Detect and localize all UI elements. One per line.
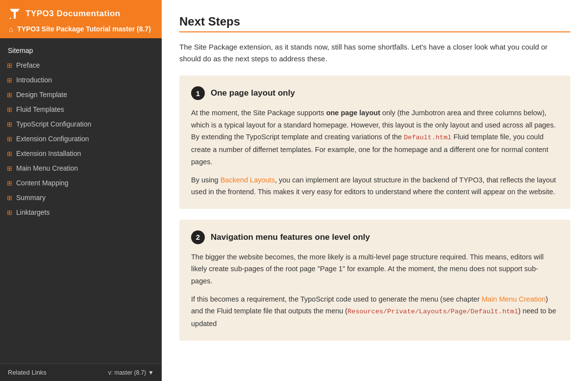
related-links-label[interactable]: Related Links	[8, 369, 47, 376]
sidebar-item-main-menu-creation[interactable]: ⊞ Main Menu Creation	[0, 161, 162, 176]
content-mapping-label: Content Mapping	[16, 179, 69, 187]
expand-icon: ⊞	[7, 150, 12, 157]
sidebar-nav: Sitemap ⊞ Preface ⊞ Introduction ⊞ Desig…	[0, 38, 162, 363]
expand-icon: ⊞	[7, 209, 12, 216]
intro-text: The Site Package extension, as it stands…	[179, 41, 570, 65]
linktargets-label: Linktargets	[16, 208, 49, 216]
expand-icon: ⊞	[7, 91, 12, 99]
expand-icon: ⊞	[7, 135, 12, 143]
content-block-1: 1 One page layout only At the moment, th…	[179, 76, 570, 209]
main-content: Next Steps The Site Package extension, a…	[162, 0, 588, 381]
block-header-2: 2 Navigation menu features one level onl…	[191, 230, 559, 244]
sidebar-item-extension-configuration[interactable]: ⊞ Extension Configuration	[0, 131, 162, 146]
sidebar-footer: Related Links v: master (8.7) ▼	[0, 363, 162, 381]
version-text: v: master (8.7)	[108, 369, 146, 376]
block-header-1: 1 One page layout only	[191, 86, 559, 100]
expand-icon: ⊞	[7, 179, 12, 187]
chevron-down-icon: ▼	[148, 369, 154, 376]
expand-icon: ⊞	[7, 165, 12, 172]
sidebar-header: ✦ TYPO3 Documentation ⌂ TYPO3 Site Packa…	[0, 0, 162, 38]
sitemap-label: Sitemap	[8, 47, 33, 54]
extension-installation-label: Extension Installation	[16, 150, 81, 157]
summary-label: Summary	[16, 194, 46, 202]
sidebar-item-fluid-templates[interactable]: ⊞ Fluid Templates	[0, 102, 162, 117]
code-resources-path: Resources/Private/Layouts/Page/Default.h…	[347, 308, 518, 315]
block-heading-2: Navigation menu features one level only	[211, 232, 370, 242]
fluid-templates-label: Fluid Templates	[16, 105, 64, 113]
main-menu-creation-label: Main Menu Creation	[16, 164, 78, 172]
sidebar-item-sitemap[interactable]: Sitemap	[0, 43, 162, 58]
expand-icon: ⊞	[7, 76, 12, 84]
expand-icon: ⊞	[7, 106, 12, 113]
block-1-para-2: By using Backend Layouts, you can implem…	[191, 174, 559, 198]
block-number-2: 2	[191, 230, 205, 244]
sidebar-item-extension-installation[interactable]: ⊞ Extension Installation	[0, 146, 162, 161]
page-title: Next Steps	[179, 15, 570, 32]
block-1-para-1: At the moment, the Site Package supports…	[191, 107, 559, 168]
sidebar-item-typoscript-configuration[interactable]: ⊞ TypoScript Configuration	[0, 117, 162, 131]
preface-label: Preface	[16, 61, 40, 69]
introduction-label: Introduction	[16, 76, 52, 84]
block-body-2: The bigger the website becomes, the more…	[191, 251, 559, 330]
content-block-2: 2 Navigation menu features one level onl…	[179, 220, 570, 341]
sidebar-item-linktargets[interactable]: ⊞ Linktargets	[0, 205, 162, 220]
main-menu-creation-link[interactable]: Main Menu Creation	[482, 295, 546, 303]
design-template-label: Design Template	[16, 91, 67, 99]
sidebar-item-design-template[interactable]: ⊞ Design Template	[0, 87, 162, 102]
code-default-html: Default.html	[404, 134, 451, 141]
block-heading-1: One page layout only	[211, 88, 295, 98]
sidebar-item-summary[interactable]: ⊞ Summary	[0, 190, 162, 205]
home-icon: ⌂	[9, 25, 13, 33]
typoscript-configuration-label: TypoScript Configuration	[16, 120, 91, 128]
sidebar-title: TYPO3 Documentation	[25, 9, 121, 19]
block-2-para-1: The bigger the website becomes, the more…	[191, 251, 559, 287]
block-body-1: At the moment, the Site Package supports…	[191, 107, 559, 198]
backend-layouts-link[interactable]: Backend Layouts	[220, 176, 275, 184]
expand-icon: ⊞	[7, 194, 12, 202]
sidebar-item-preface[interactable]: ⊞ Preface	[0, 58, 162, 73]
sidebar-item-content-mapping[interactable]: ⊞ Content Mapping	[0, 176, 162, 190]
block-number-1: 1	[191, 86, 205, 100]
sidebar-logo-row: ✦ TYPO3 Documentation	[8, 7, 154, 21]
block-2-para-2: If this becomes a requirement, the TypoS…	[191, 293, 559, 330]
version-badge[interactable]: v: master (8.7) ▼	[108, 369, 154, 376]
expand-icon: ⊞	[7, 62, 12, 69]
sidebar: ✦ TYPO3 Documentation ⌂ TYPO3 Site Packa…	[0, 0, 162, 381]
typo3-logo-icon: ✦	[8, 7, 22, 21]
svg-text:✦: ✦	[9, 17, 12, 20]
extension-configuration-label: Extension Configuration	[16, 135, 89, 143]
expand-icon: ⊞	[7, 121, 12, 128]
sidebar-item-introduction[interactable]: ⊞ Introduction	[0, 73, 162, 87]
sidebar-subtitle: TYPO3 Site Package Tutorial master (8.7)	[17, 25, 151, 33]
sidebar-subtitle-row: ⌂ TYPO3 Site Package Tutorial master (8.…	[8, 25, 154, 33]
